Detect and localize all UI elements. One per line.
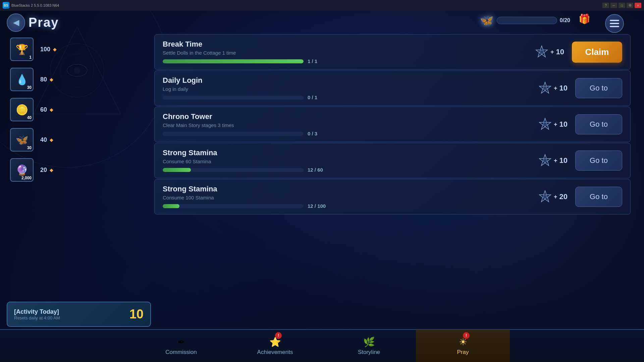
pray-label: Pray bbox=[457, 349, 469, 356]
reward-plus-daily-login: + bbox=[554, 85, 557, 92]
window-controls: ? ─ □ ⧉ ✕ bbox=[602, 3, 641, 8]
nav-item-commission[interactable]: ✒ Commission bbox=[134, 329, 228, 362]
activity-today-box: [Activity Today] Resets daily at 4:00 AM… bbox=[7, 302, 151, 327]
milestone-4: 40 bbox=[40, 136, 47, 143]
achievements-label: Achievements bbox=[257, 349, 293, 356]
reward-icon-orb: 🔮 2,000 bbox=[10, 158, 34, 182]
storyline-label: Storyline bbox=[358, 349, 380, 356]
rewards-sidebar: 🏆 1 100 ◆ 💧 30 80 ◆ 🪙 40 60 ◆ 🦋 30 40 ◆ bbox=[7, 34, 64, 328]
task-strong-stamina-100: Strong Stamina Consume 100 Stamina 12 / … bbox=[154, 179, 631, 215]
task-desc-strong-stamina-100: Consume 100 Stamina bbox=[163, 195, 532, 200]
back-button[interactable]: ◀ bbox=[7, 13, 25, 32]
task-chrono-tower: Chrono Tower Clear Main Story stages 3 t… bbox=[154, 107, 631, 142]
goto-button-daily-login[interactable]: Go to bbox=[575, 78, 622, 98]
svg-point-17 bbox=[543, 195, 547, 199]
goto-button-chrono-tower[interactable]: Go to bbox=[575, 114, 622, 134]
reward-plus-strong-stamina-100: + bbox=[554, 193, 557, 200]
task-progress-daily-login: 0 / 1 bbox=[163, 95, 532, 100]
task-reward-daily-login: + 10 bbox=[538, 81, 569, 95]
diamond-1: ◆ bbox=[53, 47, 57, 52]
minimize-btn[interactable]: ─ bbox=[610, 3, 617, 8]
reward-count-2: 30 bbox=[27, 85, 32, 90]
svg-point-11 bbox=[543, 86, 547, 90]
nav-item-storyline[interactable]: 🌿 Storyline bbox=[322, 329, 416, 362]
svg-point-15 bbox=[543, 159, 547, 163]
task-reward-break-time: + 10 bbox=[535, 45, 565, 59]
commission-label: Commission bbox=[165, 349, 197, 356]
task-progress-fill-strong-stamina-60 bbox=[163, 168, 191, 172]
svg-point-13 bbox=[543, 122, 547, 126]
storyline-icon: 🌿 bbox=[363, 337, 375, 348]
reward-item-butterfly: 🦋 30 40 ◆ bbox=[7, 125, 64, 155]
back-arrow-icon: ◀ bbox=[13, 18, 19, 27]
task-progress-fill-break-time bbox=[163, 59, 304, 63]
diamond-3: ◆ bbox=[50, 107, 53, 112]
claim-button-break-time[interactable]: Claim bbox=[572, 42, 622, 63]
task-reward-strong-stamina-100: + 20 bbox=[538, 190, 569, 203]
reward-item-coin: 🪙 40 60 ◆ bbox=[7, 95, 64, 125]
help-btn[interactable]: ? bbox=[602, 3, 609, 8]
app-logo: BS bbox=[3, 2, 9, 9]
restore-btn[interactable]: ⧉ bbox=[627, 3, 633, 8]
task-reward-chrono-tower: + 10 bbox=[538, 118, 569, 131]
milestone-3: 60 bbox=[40, 106, 47, 113]
reward-count-3: 40 bbox=[27, 115, 32, 120]
task-progress-bar-chrono-tower bbox=[163, 132, 304, 136]
task-progress-text-break-time: 1 / 1 bbox=[308, 58, 334, 64]
diamond-2: ◆ bbox=[50, 77, 53, 82]
reward-plus-chrono-tower: + bbox=[554, 121, 557, 128]
task-info-chrono-tower: Chrono Tower Clear Main Story stages 3 t… bbox=[163, 112, 532, 136]
task-name-daily-login: Daily Login bbox=[163, 76, 532, 85]
titlebar: BS BlueStacks 2 5.5.0.1083 N64 ? ─ □ ⧉ ✕ bbox=[0, 0, 644, 11]
task-info-strong-stamina-100: Strong Stamina Consume 100 Stamina 12 / … bbox=[163, 185, 532, 209]
goto-button-strong-stamina-60[interactable]: Go to bbox=[575, 150, 622, 171]
reward-icon-drop: 💧 30 bbox=[10, 68, 34, 91]
reward-count-1: 1 bbox=[29, 55, 32, 60]
task-reward-strong-stamina-60: + 10 bbox=[538, 154, 569, 167]
task-name-strong-stamina-60: Strong Stamina bbox=[163, 148, 532, 157]
reward-item-orb: 🔮 2,000 20 ◆ bbox=[7, 155, 64, 185]
task-break-time: Break Time Settle Dolls in the Cottage 1… bbox=[154, 34, 631, 70]
task-name-chrono-tower: Chrono Tower bbox=[163, 112, 532, 121]
milestone-1: 100 bbox=[40, 46, 50, 53]
task-list: Break Time Settle Dolls in the Cottage 1… bbox=[154, 34, 631, 328]
task-progress-strong-stamina-60: 12 / 60 bbox=[163, 167, 532, 173]
nav-item-achievements[interactable]: ! ⭐ Achievements bbox=[228, 329, 322, 362]
activity-title: [Activity Today] bbox=[14, 308, 126, 315]
task-progress-text-daily-login: 0 / 1 bbox=[308, 95, 334, 100]
task-progress-bar-strong-stamina-100 bbox=[163, 204, 304, 208]
task-progress-bar-strong-stamina-60 bbox=[163, 168, 304, 172]
task-progress-text-strong-stamina-60: 12 / 60 bbox=[308, 167, 334, 173]
reward-amount-chrono-tower: 10 bbox=[559, 120, 568, 129]
reward-icon-trophy: 🏆 1 bbox=[10, 38, 34, 61]
task-info-daily-login: Daily Login Log in daily 0 / 1 bbox=[163, 76, 532, 100]
task-progress-break-time: 1 / 1 bbox=[163, 58, 528, 64]
task-name-break-time: Break Time bbox=[163, 40, 528, 49]
maximize-btn[interactable]: □ bbox=[619, 3, 625, 8]
task-desc-strong-stamina-60: Consume 60 Stamina bbox=[163, 159, 532, 164]
task-name-strong-stamina-100: Strong Stamina bbox=[163, 185, 532, 193]
task-progress-bar-break-time bbox=[163, 59, 304, 63]
activity-subtitle: Resets daily at 4:00 AM bbox=[14, 315, 126, 320]
task-desc-chrono-tower: Clear Main Story stages 3 times bbox=[163, 122, 532, 128]
task-progress-fill-strong-stamina-100 bbox=[163, 204, 179, 208]
close-btn[interactable]: ✕ bbox=[635, 3, 641, 8]
task-progress-text-strong-stamina-100: 12 / 100 bbox=[308, 203, 334, 209]
task-progress-chrono-tower: 0 / 3 bbox=[163, 131, 532, 136]
diamond-4: ◆ bbox=[50, 137, 53, 142]
activity-score: 10 bbox=[129, 307, 144, 321]
reward-plus-strong-stamina-60: + bbox=[554, 157, 557, 164]
star-reward-icon-strong-stamina-60 bbox=[538, 154, 552, 167]
app-title: BlueStacks 2 5.5.0.1083 N64 bbox=[11, 3, 602, 7]
goto-button-strong-stamina-100[interactable]: Go to bbox=[575, 187, 622, 207]
reward-amount-strong-stamina-100: 20 bbox=[559, 192, 568, 201]
reward-item-drop: 💧 30 80 ◆ bbox=[7, 64, 64, 95]
star-reward-icon-break-time bbox=[535, 45, 548, 59]
commission-icon: ✒ bbox=[177, 337, 185, 348]
task-progress-text-chrono-tower: 0 / 3 bbox=[308, 131, 334, 136]
reward-amount-daily-login: 10 bbox=[559, 84, 568, 93]
top-header: ◀ Pray bbox=[0, 11, 644, 34]
task-daily-login: Daily Login Log in daily 0 / 1 + 10 Go t… bbox=[154, 70, 631, 106]
nav-item-pray[interactable]: ! ☀ Pray bbox=[416, 329, 510, 362]
diamond-5: ◆ bbox=[50, 167, 53, 173]
